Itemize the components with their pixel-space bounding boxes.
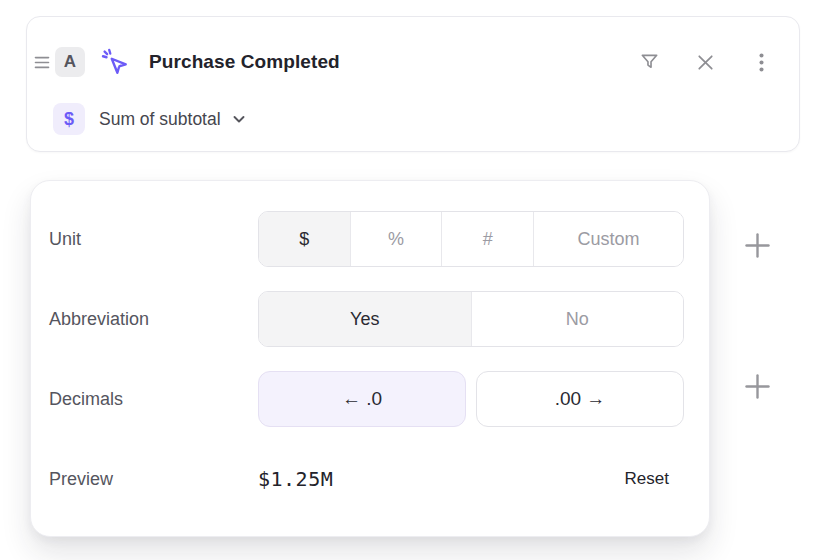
abbreviation-row: Abbreviation Yes No [49,291,682,347]
abbreviation-segmented-control: Yes No [258,291,684,347]
unit-row: Unit $ % # Custom [49,211,682,267]
unit-label: Unit [49,229,258,250]
preview-value: $1.25M [258,467,333,491]
unit-option-percent[interactable]: % [350,212,442,266]
filter-icon[interactable] [637,50,662,75]
event-click-icon [99,46,131,78]
measure-unit-badge: $ [53,103,85,135]
chevron-down-icon [231,111,247,127]
number-format-panel: Unit $ % # Custom Abbreviation Yes No De… [30,180,710,537]
decimals-controls: ← .0 .00 → [258,371,684,427]
add-item-icon-top[interactable] [739,227,775,263]
measure-selector[interactable]: $ Sum of subtotal [53,102,247,136]
decimals-row: Decimals ← .0 .00 → [49,371,682,427]
close-icon[interactable] [693,50,718,75]
preview-row: Preview $1.25M Reset [49,451,682,507]
add-item-icon-bottom[interactable] [739,368,775,404]
unit-option-custom[interactable]: Custom [533,212,683,266]
reset-button[interactable]: Reset [625,469,669,489]
more-options-icon[interactable] [749,50,774,75]
event-title[interactable]: Purchase Completed [149,51,340,73]
abbreviation-option-yes[interactable]: Yes [259,292,471,346]
abbreviation-option-no[interactable]: No [471,292,684,346]
decimals-label: Decimals [49,389,258,410]
unit-option-dollar[interactable]: $ [259,212,350,266]
event-card-actions [637,50,774,75]
event-card: A Purchase Completed [26,16,800,152]
unit-option-number[interactable]: # [441,212,533,266]
decimals-decrease-button[interactable]: ← .0 [258,371,466,427]
unit-segmented-control: $ % # Custom [258,211,684,267]
series-badge: A [55,47,85,77]
decimals-increase-button[interactable]: .00 → [476,371,684,427]
drag-handle-icon[interactable] [33,54,51,70]
preview-label: Preview [49,469,258,490]
abbreviation-label: Abbreviation [49,309,258,330]
measure-label: Sum of subtotal [99,109,221,130]
preview-control: $1.25M Reset [258,451,684,507]
event-card-header: A Purchase Completed [33,45,774,79]
